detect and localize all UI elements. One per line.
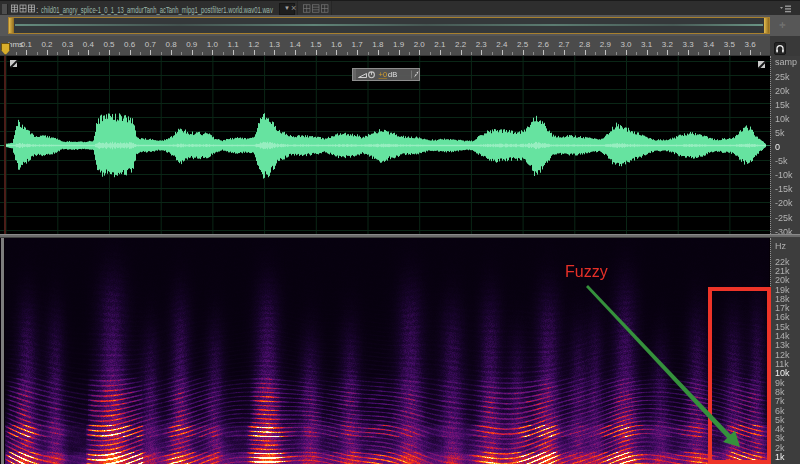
svg-text:dB: dB	[388, 70, 397, 79]
svg-text:+0: +0	[379, 70, 388, 79]
